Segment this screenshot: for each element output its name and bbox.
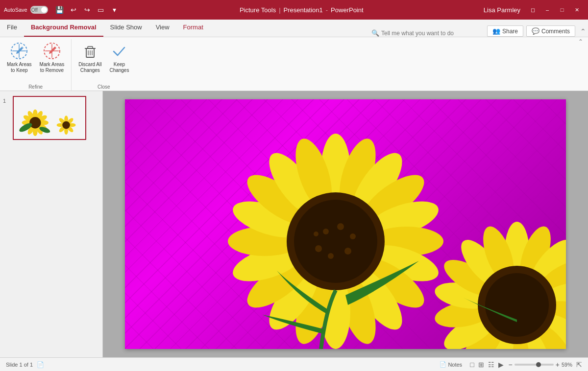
ribbon: Mark Areas to Keep [0, 37, 588, 91]
slideshow-icon[interactable]: ▶ [497, 361, 505, 369]
autosave-label: AutoSave [4, 7, 27, 13]
sunflower-svg [125, 99, 566, 349]
svg-point-63 [337, 223, 344, 230]
present-icon[interactable]: ▭ [96, 6, 106, 14]
accessibility-icon[interactable]: 📄 [37, 361, 44, 368]
title-bar-center: Picture Tools | Presentation1 - PowerPoi… [120, 6, 484, 14]
slide-item-1: 1 [3, 96, 99, 140]
svg-point-37 [62, 121, 70, 129]
svg-point-65 [344, 248, 351, 255]
notes-button[interactable]: 📄 Notes [437, 360, 465, 369]
tab-slide-show[interactable]: Slide Show [103, 19, 149, 37]
status-bar: Slide 1 of 1 📄 📄 Notes □ ⊞ ☷ ▶ − + 59% ⇱ [0, 357, 588, 371]
comments-icon: 💬 [532, 27, 539, 35]
undo-icon[interactable]: ↩ [69, 6, 78, 14]
keep-changes-icon [109, 41, 129, 61]
autosave-toggle[interactable]: Off [30, 6, 48, 14]
ribbon-group-content-close: Discard All Changes Keep Changes [75, 39, 132, 91]
maximize-button[interactable]: □ [555, 2, 569, 17]
notes-icon: 📄 [440, 361, 446, 368]
tab-view[interactable]: View [149, 19, 176, 37]
share-icon: 👥 [492, 27, 500, 35]
thumbnail-image [14, 96, 85, 140]
canvas-area [103, 91, 588, 357]
status-bar-left: Slide 1 of 1 📄 [6, 361, 44, 368]
ribbon-wrapper: Mark Areas to Keep [0, 37, 588, 91]
customize-icon[interactable]: ▾ [110, 6, 120, 14]
svg-point-67 [315, 245, 322, 252]
ribbon-collapse-button[interactable]: ⌃ [578, 27, 588, 35]
ribbon-group-content-refine: Mark Areas to Keep [4, 39, 67, 91]
zoom-control: − + 59% [509, 361, 572, 369]
quick-access-toolbar: 💾 ↩ ↪ ▭ ▾ [55, 6, 120, 14]
slide-number: 1 [3, 96, 10, 104]
normal-view-icon[interactable]: □ [469, 361, 475, 369]
search-input[interactable] [381, 30, 479, 37]
discard-icon [80, 41, 100, 61]
svg-point-26 [29, 117, 41, 128]
share-button[interactable]: 👥 Share [487, 25, 523, 37]
tab-format[interactable]: Format [176, 19, 210, 37]
title-bar: AutoSave Off 💾 ↩ ↪ ▭ ▾ Picture Tools | P… [0, 0, 588, 20]
restore-window-icon[interactable]: ◻ [525, 2, 540, 17]
keep-changes-button[interactable]: Keep Changes [106, 39, 132, 75]
slide-info: Slide 1 of 1 [6, 362, 33, 368]
svg-point-61 [294, 200, 377, 283]
slide-sorter-icon[interactable]: ⊞ [477, 361, 485, 369]
mark-keep-icon [9, 41, 29, 61]
status-bar-right: 📄 Notes □ ⊞ ☷ ▶ − + 59% ⇱ [437, 360, 582, 369]
mark-areas-keep-button[interactable]: Mark Areas to Keep [4, 39, 35, 75]
slide-panel: 1 [0, 91, 103, 357]
minimize-button[interactable]: – [540, 2, 555, 17]
toggle-off-label: Off [31, 7, 38, 13]
mark-areas-remove-button[interactable]: Mark Areas to Remove [37, 39, 68, 75]
svg-point-62 [323, 229, 329, 234]
main-area: 1 [0, 91, 588, 357]
svg-point-66 [328, 253, 334, 259]
tab-file[interactable]: File [0, 19, 24, 37]
window-controls: ◻ – □ ✕ [525, 2, 584, 17]
tab-actions: 👥 Share 💬 Comments ⌃ [487, 25, 588, 37]
mark-remove-icon [42, 41, 62, 61]
context-tab-label: Picture Tools [240, 6, 276, 14]
keep-changes-label: Keep Changes [109, 62, 129, 73]
view-icons: □ ⊞ ☷ ▶ [469, 361, 504, 369]
reading-view-icon[interactable]: ☷ [487, 361, 495, 369]
search-icon: 🔍 [371, 29, 379, 37]
tab-bar: File Background Removal Slide Show View … [0, 20, 588, 37]
svg-point-88 [485, 273, 549, 337]
close-group-label: Close [72, 84, 136, 90]
ribbon-collapse-chevron[interactable]: ⌃ [578, 38, 583, 45]
ribbon-group-close: Discard All Changes Keep Changes [72, 39, 136, 91]
mark-remove-label: Mark Areas to Remove [40, 62, 65, 73]
title-bar-left: AutoSave Off 💾 ↩ ↪ ▭ ▾ [4, 6, 120, 14]
discard-all-button[interactable]: Discard All Changes [75, 39, 104, 75]
redo-icon[interactable]: ↪ [82, 6, 92, 14]
zoom-level: 59% [562, 362, 572, 368]
zoom-slider[interactable] [514, 364, 554, 366]
zoom-out-button[interactable]: − [509, 361, 513, 369]
close-button[interactable]: ✕ [569, 2, 584, 17]
svg-rect-9 [88, 46, 93, 48]
mark-keep-label: Mark Areas to Keep [7, 62, 32, 73]
zoom-thumb [536, 362, 541, 367]
file-name: Presentation1 [284, 6, 323, 14]
discard-label: Discard All Changes [78, 62, 101, 73]
search-bar[interactable]: 🔍 [368, 29, 483, 37]
zoom-in-button[interactable]: + [556, 361, 560, 369]
ribbon-group-refine: Mark Areas to Keep [0, 39, 72, 91]
comments-button[interactable]: 💬 Comments [526, 25, 575, 37]
refine-group-label: Refine [0, 84, 71, 90]
title-bar-right: Lisa Parmley ◻ – □ ✕ [484, 2, 584, 17]
toggle-knob [41, 7, 47, 13]
fit-to-window-icon[interactable]: ⇱ [576, 361, 582, 369]
slide-thumbnail-1[interactable] [13, 96, 86, 140]
tab-background-removal[interactable]: Background Removal [24, 19, 103, 37]
user-name: Lisa Parmley [484, 6, 520, 14]
save-icon[interactable]: 💾 [55, 6, 65, 14]
app-name: PowerPoint [331, 6, 363, 14]
svg-point-64 [350, 233, 356, 239]
slide-image [125, 99, 566, 349]
svg-point-68 [314, 232, 318, 236]
slide-canvas[interactable] [125, 99, 566, 349]
